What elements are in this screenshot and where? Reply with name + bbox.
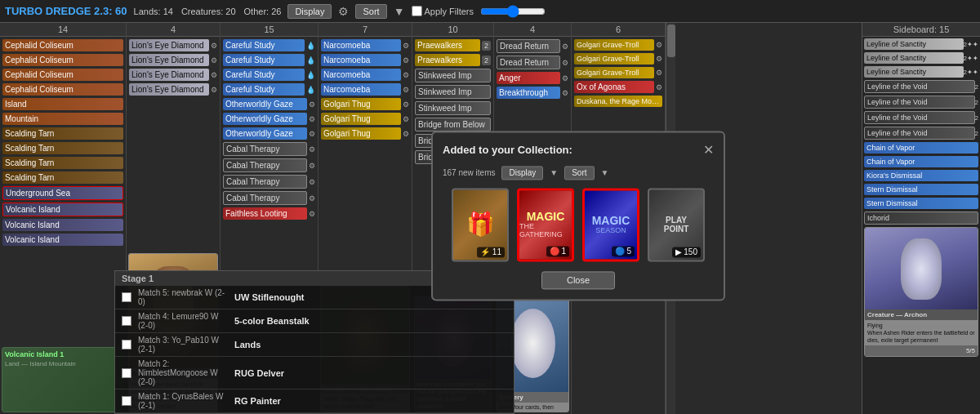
- popup-item-mtg-red[interactable]: MAGIC THE GATHERING 🔴 1: [517, 188, 574, 261]
- mtg-red-qty: 🔴 1: [546, 246, 569, 256]
- popup-sort-arrow[interactable]: ▼: [601, 168, 609, 177]
- list-item[interactable]: Golgari Thug⚙: [319, 112, 411, 126]
- popup-display-button[interactable]: Display: [501, 166, 543, 180]
- list-item[interactable]: Careful Study💧: [221, 82, 317, 96]
- apply-filters-checkbox[interactable]: Apply Filters: [412, 6, 474, 16]
- list-item[interactable]: Cephalid Coliseum: [1, 38, 125, 52]
- column-1-header: 4: [127, 23, 220, 37]
- list-item[interactable]: Cephalid Coliseum: [1, 82, 125, 96]
- playpoint-qty: ▶ 150: [672, 247, 701, 257]
- column-0-cards: Cephalid Coliseum Cephalid Coliseum Ceph…: [0, 37, 126, 345]
- list-item[interactable]: Otherworldly Gaze⚙: [221, 127, 317, 140]
- list-item[interactable]: Golgari Thug⚙: [319, 127, 411, 140]
- list-item[interactable]: Golgari Grave-Troll⚙: [572, 52, 664, 65]
- play-history-row[interactable]: Match 4: Lemure90 W (2-0) 5-color Beanst…: [115, 309, 514, 333]
- list-item[interactable]: Otherworldly Gaze⚙: [221, 112, 317, 126]
- popup-item-chest[interactable]: 🎁 ⚡ 11: [452, 188, 509, 261]
- list-item[interactable]: Mountain: [1, 112, 125, 126]
- list-item[interactable]: Cabal Therapy⚙: [221, 158, 317, 173]
- list-item[interactable]: Golgari Grave-Troll⚙: [572, 66, 664, 79]
- list-item[interactable]: Careful Study💧: [221, 53, 317, 67]
- list-item[interactable]: Leyline of Sanctity2✦✦: [862, 38, 980, 51]
- list-item[interactable]: Leyline of the Void2: [862, 110, 980, 125]
- list-item[interactable]: Stinkweed Imp: [413, 100, 492, 116]
- list-item[interactable]: Narcomoeba⚙: [319, 82, 411, 96]
- popup-subtitle: 167 new items Display ▼ Sort ▼: [443, 166, 714, 180]
- list-item[interactable]: Scalding Tarn: [1, 127, 125, 140]
- match-checkbox[interactable]: [122, 340, 131, 349]
- list-item[interactable]: Underground Sea: [1, 185, 125, 201]
- list-item[interactable]: Dread Return⚙: [495, 38, 570, 54]
- scroll-thumb[interactable]: [667, 24, 675, 57]
- list-item[interactable]: Stern Dismissal: [862, 197, 980, 210]
- column-3-cards: Narcomoeba⚙ Narcomoeba⚙ Narcomoeba⚙ Narc…: [318, 37, 412, 284]
- gear-icon[interactable]: ⚙: [338, 5, 349, 18]
- match-checkbox[interactable]: [122, 316, 131, 326]
- list-item[interactable]: Stinkweed Imp: [413, 84, 492, 100]
- popup-item-mtg-blue[interactable]: MAGIC SEASON 🔵 5: [582, 188, 639, 261]
- list-item[interactable]: Leyline of the Void2: [862, 95, 980, 109]
- list-item[interactable]: Leyline of the Void2: [862, 79, 980, 94]
- list-item[interactable]: Scalding Tarn: [1, 141, 125, 155]
- list-item[interactable]: Narcomoeba⚙: [319, 38, 411, 52]
- list-item[interactable]: Scalding Tarn: [1, 156, 125, 170]
- list-item[interactable]: Careful Study💧: [221, 68, 317, 82]
- popup-close-bottom-button[interactable]: Close: [541, 271, 615, 289]
- list-item[interactable]: Scalding Tarn: [1, 171, 125, 185]
- list-item[interactable]: Breakthrough⚙: [495, 86, 570, 100]
- list-item[interactable]: Leyline of Sanctity2✦✦: [862, 51, 980, 65]
- land-card-bottom: Volcanic Island 1 Land — Island Mountain: [2, 347, 124, 412]
- list-item[interactable]: Ox of Agonas⚙: [572, 80, 664, 94]
- list-item[interactable]: Dread Return⚙: [495, 55, 570, 70]
- chest-qty: ⚡ 11: [477, 247, 505, 257]
- list-item[interactable]: Otherworldly Gaze⚙: [221, 97, 317, 111]
- list-item[interactable]: Volcanic Island: [1, 218, 125, 232]
- popup-display-arrow[interactable]: ▼: [550, 168, 558, 177]
- list-item[interactable]: Volcanic Island: [1, 233, 125, 247]
- list-item[interactable]: Praewalkers2: [413, 53, 492, 67]
- list-item[interactable]: Faithless Looting⚙: [221, 207, 317, 220]
- list-item[interactable]: Stern Dismissal: [862, 183, 980, 196]
- column-2-header: 15: [220, 23, 318, 37]
- list-item[interactable]: Cabal Therapy⚙: [221, 141, 317, 157]
- list-item[interactable]: Narcomoeba⚙: [319, 68, 411, 82]
- list-item[interactable]: Leyline of the Void2: [862, 126, 980, 140]
- list-item[interactable]: Cabal Therapy⚙: [221, 190, 317, 206]
- list-item[interactable]: Duskana, the Rage Mother: [572, 95, 664, 108]
- list-item[interactable]: Lion's Eye Diamond⚙: [127, 82, 219, 96]
- list-item[interactable]: Praewalkers2: [413, 38, 492, 52]
- list-item[interactable]: Careful Study💧: [221, 38, 317, 52]
- list-item[interactable]: Chain of Vapor: [862, 155, 980, 168]
- list-item[interactable]: Lion's Eye Diamond⚙: [127, 53, 219, 67]
- list-item[interactable]: Kiora's Dismissal: [862, 169, 980, 182]
- list-item[interactable]: Golgari Thug⚙: [319, 97, 411, 111]
- play-history-row[interactable]: Match 2: NimblestMongoose W (2-0) RUG De…: [115, 357, 514, 390]
- match-checkbox[interactable]: [122, 292, 131, 302]
- list-item[interactable]: Lion's Eye Diamond⚙: [127, 68, 219, 82]
- popup-sort-button[interactable]: Sort: [564, 166, 594, 180]
- list-item[interactable]: Lion's Eye Diamond⚙: [127, 38, 219, 52]
- list-item[interactable]: Cabal Therapy⚙: [221, 174, 317, 189]
- list-item[interactable]: Cephalid Coliseum: [1, 53, 125, 67]
- play-history-row[interactable]: Match 1: CyrusBales W (2-1) RG Painter: [115, 390, 514, 413]
- column-6-header: 6: [572, 23, 665, 37]
- list-item[interactable]: Island: [1, 97, 125, 111]
- list-item[interactable]: Narcomoeba⚙: [319, 53, 411, 67]
- list-item[interactable]: Ichorid: [862, 211, 980, 225]
- display-button[interactable]: Display: [287, 4, 332, 19]
- popup-close-button[interactable]: ✕: [703, 142, 714, 158]
- match-checkbox[interactable]: [122, 368, 131, 378]
- sort-button[interactable]: Sort: [355, 4, 386, 19]
- popup-item-playpoint[interactable]: PLAY POINT ▶ 150: [648, 188, 705, 261]
- list-item[interactable]: Volcanic Island: [1, 202, 125, 217]
- list-item[interactable]: Leyline of Sanctity2✦✦: [862, 65, 980, 78]
- list-item[interactable]: Golgari Grave-Troll⚙: [572, 38, 664, 51]
- match-checkbox[interactable]: [122, 396, 131, 406]
- list-item[interactable]: Cephalid Coliseum: [1, 68, 125, 82]
- filter-slider[interactable]: [480, 5, 546, 18]
- list-item[interactable]: Anger⚙: [495, 71, 570, 85]
- list-item[interactable]: Stinkweed Imp: [413, 68, 492, 83]
- sort-icon: ▼: [394, 5, 405, 18]
- list-item[interactable]: Chain of Vapor: [862, 141, 980, 154]
- play-history-row[interactable]: Match 3: Yo_Pab10 W (2-1) Lands: [115, 333, 514, 357]
